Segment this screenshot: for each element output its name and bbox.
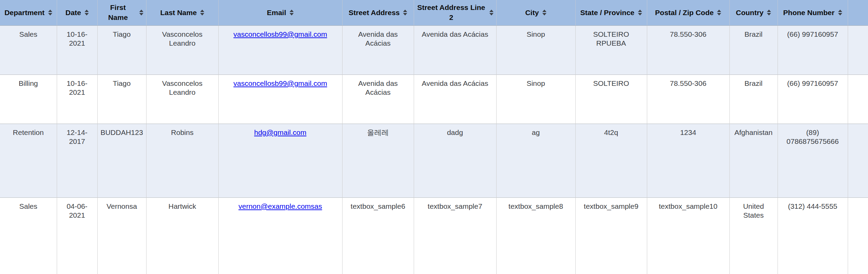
table-body: Sales10-16-2021TiagoVasconcelos Leandrov… [0,25,868,274]
cell-department: Sales [0,197,57,274]
table-header-row: DepartmentDateFirst NameLast NameEmailSt… [0,0,868,25]
cell-date: 04-06-2021 [57,197,97,274]
sort-icon[interactable] [767,10,771,15]
cell-empty [848,25,868,75]
column-header-content: First Name [100,3,143,22]
sort-descending-triangle-icon [139,13,143,15]
cell-phone-number: (66) 997160957 [778,25,848,75]
column-header-city[interactable]: City [496,0,575,25]
column-header-last-name[interactable]: Last Name [146,0,218,25]
cell-date: 10-16-2021 [57,25,97,75]
email-link[interactable]: vasconcellosb99@gmail.com [234,79,327,87]
cell-phone-number: (66) 997160957 [778,75,848,124]
sort-icon[interactable] [542,10,546,15]
email-link[interactable]: hdg@gmail.com [254,128,306,136]
cell-state-province: SOLTEIRO [575,75,647,124]
cell-street-address: Avenida das Acácias [342,25,414,75]
cell-date: 12-14-2017 [57,124,97,197]
column-header-label: Country [736,8,764,18]
column-header-postal-zip-code[interactable]: Postal / Zip Code [647,0,729,25]
table-header: DepartmentDateFirst NameLast NameEmailSt… [0,0,868,25]
email-link[interactable]: vernon@example.comsas [238,202,322,210]
cell-postal-zip-code: textbox_sample10 [647,197,729,274]
cell-department: Sales [0,25,57,75]
column-header-content: State / Province [578,8,644,18]
column-header-content: Street Address Line 2 [417,3,493,22]
sort-icon[interactable] [290,10,294,15]
sort-descending-triangle-icon [200,13,204,15]
column-header-phone-number[interactable]: Phone Number [778,0,848,25]
column-header-label: City [525,8,539,18]
column-header-country[interactable]: Country [729,0,778,25]
cell-date: 10-16-2021 [57,75,97,124]
column-header-content: City [499,8,573,18]
sort-descending-triangle-icon [403,13,407,15]
cell-last-name: Vasconcelos Leandro [146,75,218,124]
cell-department: Retention [0,124,57,197]
cell-department: Billing [0,75,57,124]
cell-phone-number: (89) 0786875675666 [778,124,848,197]
cell-email: hdg@gmail.com [218,124,342,197]
cell-country: Brazil [729,25,778,75]
column-header-content: Country [733,8,775,18]
sort-ascending-triangle-icon [838,10,842,12]
sort-icon[interactable] [200,10,204,15]
cell-street-address-line-2: Avenida das Acácias [414,75,496,124]
cell-city: Sinop [496,75,575,124]
sort-icon[interactable] [403,10,407,15]
sort-icon[interactable] [85,10,89,15]
cell-last-name: Robins [146,124,218,197]
sort-ascending-triangle-icon [403,10,407,12]
column-header-content: Phone Number [781,8,845,18]
sort-ascending-triangle-icon [489,10,493,12]
sort-icon[interactable] [139,10,143,15]
column-header-state-province[interactable]: State / Province [575,0,647,25]
sort-descending-triangle-icon [85,13,89,15]
sort-ascending-triangle-icon [290,10,294,12]
column-header-label: Department [4,8,45,18]
sort-ascending-triangle-icon [200,10,204,12]
column-header-content: Email [221,8,339,18]
column-header-email[interactable]: Email [218,0,342,25]
cell-country: Afghanistan [729,124,778,197]
cell-street-address-line-2: Avenida das Acácias [414,25,496,75]
column-header-content: Last Name [149,8,216,18]
sort-ascending-triangle-icon [48,10,52,12]
column-header-label: Phone Number [783,8,834,18]
column-header-label: Email [267,8,286,18]
cell-first-name: BUDDAH123 [97,124,146,197]
column-header-empty [848,0,868,25]
sort-icon[interactable] [489,10,493,15]
table-row: Retention12-14-2017BUDDAH123Robinshdg@gm… [0,124,868,197]
column-header-street-address[interactable]: Street Address [342,0,414,25]
column-header-date[interactable]: Date [57,0,97,25]
sort-ascending-triangle-icon [767,10,771,12]
sort-descending-triangle-icon [767,13,771,15]
column-header-department[interactable]: Department [0,0,57,25]
cell-country: United States [729,197,778,274]
cell-first-name: Tiago [97,75,146,124]
cell-postal-zip-code: 78.550-306 [647,75,729,124]
column-header-label: Street Address [349,8,400,18]
column-header-content: Department [3,8,54,18]
sort-icon[interactable] [638,10,642,15]
cell-postal-zip-code: 78.550-306 [647,25,729,75]
email-link[interactable]: vasconcellosb99@gmail.com [234,30,327,38]
cell-email: vasconcellosb99@gmail.com [218,75,342,124]
cell-phone-number: (312) 444-5555 [778,197,848,274]
sort-ascending-triangle-icon [85,10,89,12]
sort-icon[interactable] [48,10,52,15]
sort-icon[interactable] [838,10,842,15]
column-header-label: Street Address Line 2 [417,3,486,22]
column-header-first-name[interactable]: First Name [97,0,146,25]
cell-street-address: Avenida das Acácias [342,75,414,124]
cell-city: Sinop [496,25,575,75]
column-header-content: Date [60,8,95,18]
sort-icon[interactable] [717,10,721,15]
cell-state-province: SOLTEIRO RPUEBA [575,25,647,75]
sort-ascending-triangle-icon [542,10,546,12]
sort-descending-triangle-icon [638,13,642,15]
sort-ascending-triangle-icon [638,10,642,12]
column-header-street-address-line-2[interactable]: Street Address Line 2 [414,0,496,25]
column-header-label: Last Name [160,8,197,18]
